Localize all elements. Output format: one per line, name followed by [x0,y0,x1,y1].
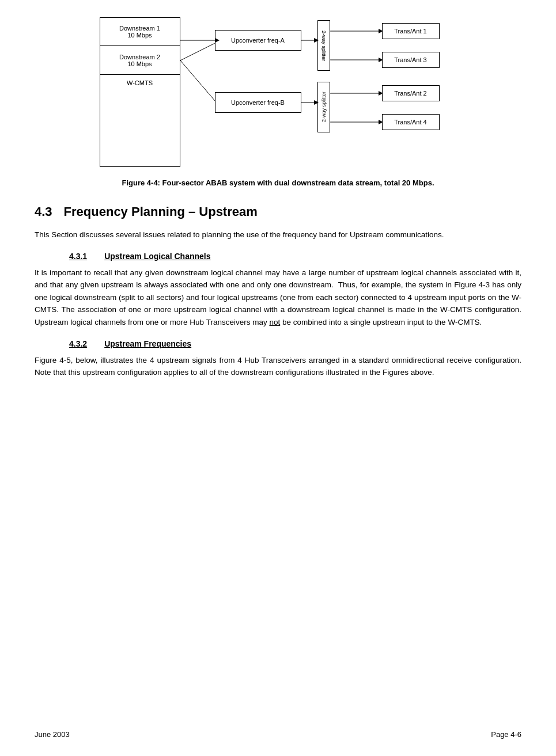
subsection-431-body: It is important to recall that any given… [35,267,521,329]
trans-ant1-box: Trans/Ant 1 [382,23,440,39]
figure-caption: Figure 4-4: Four-sector ABAB system with… [35,178,521,187]
network-diagram: Downstream 1 10 Mbps Downstream 2 10 Mbp… [100,17,457,167]
subsection-432-number: 4.3.2 [69,339,87,348]
section-43-title: Frequency Planning – Upstream [64,204,258,219]
trans-ant3-box: Trans/Ant 3 [382,52,440,68]
downstream1-label-line1: Downstream 1 [119,25,160,32]
wcmts-box: W-CMTS [100,75,180,167]
page-footer: June 2003 Page 4-6 [0,730,556,739]
trans-ant1-label: Trans/Ant 1 [394,28,426,35]
subsection-431-number: 4.3.1 [69,252,87,261]
section-43-intro: This Section discusses several issues re… [35,229,521,241]
subsection-431-title: Upstream Logical Channels [104,252,210,261]
section-43: 4.3Frequency Planning – Upstream This Se… [35,204,521,379]
diagram-section: Downstream 1 10 Mbps Downstream 2 10 Mbp… [35,17,521,167]
svg-line-2 [180,43,215,60]
wcmts-label: W-CMTS [127,79,153,86]
upconverter-b-label: Upconverter freq-B [231,99,285,106]
trans-ant4-label: Trans/Ant 4 [394,119,426,126]
downstream2-box: Downstream 2 10 Mbps [100,46,180,75]
footer-right: Page 4-6 [491,730,521,739]
trans-ant2-label: Trans/Ant 2 [394,90,426,97]
downstream2-label-line1: Downstream 2 [119,54,160,60]
section-43-heading: 4.3Frequency Planning – Upstream [35,204,521,219]
trans-ant3-label: Trans/Ant 3 [394,56,426,63]
splitter-a-box: 2-way splitter [317,20,330,71]
subsection-432-body: Figure 4-5, below, illustrates the 4 ups… [35,354,521,379]
splitter-b-label: 2-way splitter [321,92,327,122]
splitter-a-label: 2-way splitter [321,31,327,61]
subsection-431-heading: 4.3.1Upstream Logical Channels [69,252,521,261]
upconverter-a-label: Upconverter freq-A [231,37,285,44]
trans-ant4-box: Trans/Ant 4 [382,114,440,130]
upconverter-b-box: Upconverter freq-B [215,92,301,113]
svg-line-5 [180,60,215,101]
trans-ant2-box: Trans/Ant 2 [382,85,440,101]
splitter-b-box: 2-way splitter [317,82,330,132]
downstream2-label-line2: 10 Mbps [119,60,160,67]
downstream1-label-line2: 10 Mbps [119,32,160,39]
subsection-432-heading: 4.3.2Upstream Frequencies [69,339,521,348]
upconverter-a-box: Upconverter freq-A [215,30,301,51]
footer-left: June 2003 [35,730,70,739]
subsection-432-title: Upstream Frequencies [104,339,191,348]
section-43-number: 4.3 [35,204,52,219]
downstream1-box: Downstream 1 10 Mbps [100,17,180,46]
